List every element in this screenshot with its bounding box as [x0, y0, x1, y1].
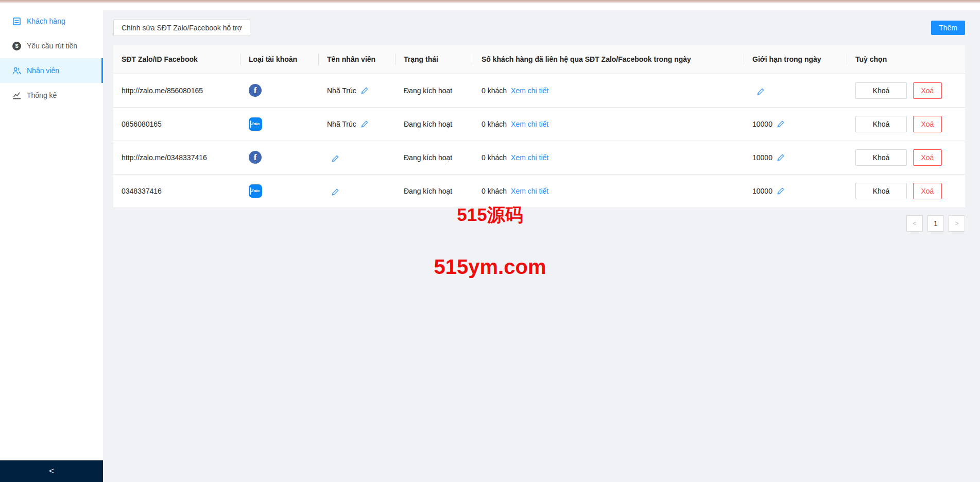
sidebar-item-nhan-vien[interactable]: Nhân viên	[0, 58, 103, 83]
lock-button[interactable]: Khoá	[855, 183, 907, 199]
col-header-options: Tuỳ chọn	[847, 45, 965, 74]
delete-button[interactable]: Xoá	[913, 116, 942, 132]
contacted-count: 0 khách	[482, 187, 507, 195]
dollar-circle-icon: $	[12, 42, 21, 50]
profile-icon	[12, 17, 21, 26]
contacted-cell: 0 khách Xem chi tiết	[473, 141, 744, 174]
contact-cell: http://zalo.me/0348337416	[113, 141, 240, 174]
employee-name-cell: Nhã Trúc	[319, 107, 396, 141]
contact-cell: http://zalo.me/856080165	[113, 74, 240, 107]
sidebar: Khách hàng $ Yêu cầu rút tiền Nhân viên …	[0, 3, 103, 482]
col-header-status: Trạng thái	[396, 45, 473, 74]
table-header-row: SĐT Zalo/ID Facebook Loại tài khoản Tên …	[113, 45, 965, 74]
daily-limit-cell	[744, 74, 847, 107]
edit-limit-icon[interactable]	[757, 88, 765, 96]
edit-support-phone-button[interactable]: Chỉnh sửa SĐT Zalo/Facebook hỗ trợ	[113, 20, 250, 36]
daily-limit-value: 10000	[752, 187, 772, 195]
delete-button[interactable]: Xoá	[913, 82, 942, 99]
contact-cell: 0856080165	[113, 107, 240, 141]
lock-button[interactable]: Khoá	[855, 149, 907, 166]
col-header-daily-limit: Giới hạn trong ngày	[744, 45, 847, 74]
view-details-link[interactable]: Xem chi tiết	[511, 120, 548, 128]
options-cell: Khoá Xoá	[847, 74, 965, 107]
pagination-page-1[interactable]: 1	[927, 215, 944, 232]
daily-limit-cell: 10000	[744, 174, 847, 208]
sidebar-item-label: Yêu cầu rút tiền	[27, 42, 77, 50]
zalo-icon: Zalo	[249, 184, 262, 198]
chevron-left-icon: <	[49, 466, 54, 476]
daily-limit-value: 10000	[752, 120, 772, 128]
pagination-prev-button[interactable]: <	[906, 215, 923, 232]
edit-limit-icon[interactable]	[777, 187, 785, 195]
contacted-cell: 0 khách Xem chi tiết	[473, 107, 744, 141]
view-details-link[interactable]: Xem chi tiết	[511, 187, 548, 195]
watermark-line2: 515ym.com	[434, 255, 546, 279]
zalo-icon: Zalo	[249, 117, 262, 131]
pagination-next-button[interactable]: >	[949, 215, 965, 232]
toolbar: Chỉnh sửa SĐT Zalo/Facebook hỗ trợ Thêm	[113, 20, 965, 36]
line-chart-icon	[12, 91, 21, 100]
col-header-account-type: Loại tài khoản	[240, 45, 319, 74]
delete-button[interactable]: Xoá	[913, 149, 942, 166]
delete-button[interactable]: Xoá	[913, 183, 942, 199]
employees-table: SĐT Zalo/ID Facebook Loại tài khoản Tên …	[113, 45, 965, 208]
table-row: 0856080165 f Zalo Nhã Trúc Đang kích hoạ…	[113, 107, 965, 141]
status-cell: Đang kích hoạt	[396, 141, 473, 174]
lock-button[interactable]: Khoá	[855, 82, 907, 99]
employee-name-cell	[319, 141, 396, 174]
sidebar-item-label: Nhân viên	[27, 66, 59, 75]
watermark-line1: 515源码	[457, 203, 523, 227]
facebook-icon: f	[249, 151, 262, 164]
account-type-cell: f Zalo	[240, 141, 319, 174]
view-details-link[interactable]: Xem chi tiết	[511, 153, 548, 162]
employee-name: Nhã Trúc	[327, 87, 356, 95]
sidebar-item-yeu-cau-rut-tien[interactable]: $ Yêu cầu rút tiền	[0, 33, 103, 58]
facebook-icon: f	[249, 84, 262, 97]
employees-table-card: SĐT Zalo/ID Facebook Loại tài khoản Tên …	[113, 45, 965, 208]
employee-name-cell: Nhã Trúc	[319, 74, 396, 107]
options-cell: Khoá Xoá	[847, 141, 965, 174]
employee-name: Nhã Trúc	[327, 120, 356, 128]
contacted-count: 0 khách	[482, 153, 507, 162]
table-row: http://zalo.me/0348337416 f Zalo Đang kí…	[113, 141, 965, 174]
team-icon	[12, 66, 21, 75]
view-details-link[interactable]: Xem chi tiết	[511, 87, 548, 95]
daily-limit-value: 10000	[752, 153, 772, 162]
col-header-contact: SĐT Zalo/ID Facebook	[113, 45, 240, 74]
sidebar-item-label: Khách hàng	[27, 17, 65, 25]
sidebar-item-khach-hang[interactable]: Khách hàng	[0, 9, 103, 33]
edit-limit-icon[interactable]	[777, 153, 785, 162]
daily-limit-cell: 10000	[744, 141, 847, 174]
contact-cell: 0348337416	[113, 174, 240, 208]
daily-limit-cell: 10000	[744, 107, 847, 141]
sidebar-item-label: Thống kê	[27, 91, 57, 99]
sidebar-collapse-button[interactable]: <	[0, 460, 103, 482]
lock-button[interactable]: Khoá	[855, 116, 907, 132]
account-type-cell: f Zalo	[240, 74, 319, 107]
edit-name-icon[interactable]	[331, 188, 339, 196]
options-cell: Khoá Xoá	[847, 107, 965, 141]
sidebar-menu: Khách hàng $ Yêu cầu rút tiền Nhân viên …	[0, 3, 103, 460]
account-type-cell: f Zalo	[240, 107, 319, 141]
status-cell: Đang kích hoạt	[396, 107, 473, 141]
main-content: Chỉnh sửa SĐT Zalo/Facebook hỗ trợ Thêm …	[103, 3, 980, 482]
add-button[interactable]: Thêm	[931, 21, 965, 35]
table-row: http://zalo.me/856080165 f Zalo Nhã Trúc…	[113, 74, 965, 107]
col-header-contacted: Số khách hàng đã liên hệ qua SĐT Zalo/Fa…	[473, 45, 744, 74]
edit-name-icon[interactable]	[360, 87, 369, 95]
contacted-count: 0 khách	[482, 87, 507, 95]
sidebar-item-thong-ke[interactable]: Thống kê	[0, 83, 103, 108]
account-type-cell: f Zalo	[240, 174, 319, 208]
pagination: < 1 >	[113, 215, 965, 232]
contacted-cell: 0 khách Xem chi tiết	[473, 74, 744, 107]
edit-name-icon[interactable]	[331, 154, 339, 163]
table-row: 0348337416 f Zalo Đang kích hoạt	[113, 174, 965, 208]
edit-limit-icon[interactable]	[777, 120, 785, 128]
contacted-count: 0 khách	[482, 120, 507, 128]
employee-name-cell	[319, 174, 396, 208]
options-cell: Khoá Xoá	[847, 174, 965, 208]
col-header-employee-name: Tên nhân viên	[319, 45, 396, 74]
main-top-strip	[103, 3, 980, 10]
edit-name-icon[interactable]	[360, 120, 369, 128]
status-cell: Đang kích hoạt	[396, 74, 473, 107]
